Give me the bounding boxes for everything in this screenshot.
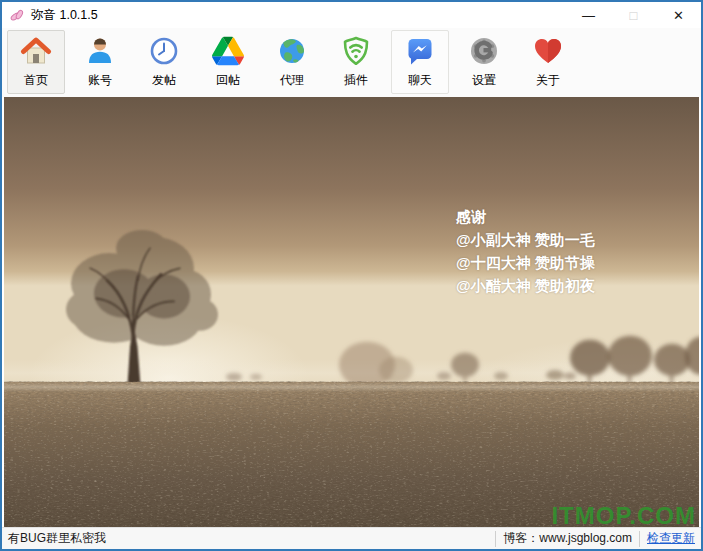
toolbar: 首页 账号 发帖: [2, 28, 701, 97]
shield-signal-icon: [340, 35, 372, 67]
toolbar-button-reply[interactable]: 回帖: [199, 30, 257, 94]
landscape-scene: [4, 97, 699, 527]
globe-icon: [276, 35, 308, 67]
toolbar-label: 账号: [88, 74, 112, 86]
toolbar-button-about[interactable]: 关于: [519, 30, 577, 94]
toolbar-button-account[interactable]: 账号: [71, 30, 129, 94]
window-title: 弥音 1.0.1.5: [31, 7, 98, 24]
field-horizon-haze: [4, 382, 699, 392]
minimize-button[interactable]: —: [566, 2, 611, 28]
donor-credits: 感谢 @小副大神 赞助一毛 @十四大神 赞助节操 @小醋大神 赞助初夜: [456, 205, 595, 297]
toolbar-label: 设置: [472, 74, 496, 86]
close-button[interactable]: ✕: [656, 2, 701, 28]
credits-line: @十四大神 赞助节操: [456, 251, 595, 274]
wallpaper: 感谢 @小副大神 赞助一毛 @十四大神 赞助节操 @小醋大神 赞助初夜 ITMO…: [4, 97, 699, 527]
toolbar-button-settings[interactable]: 设置: [455, 30, 513, 94]
toolbar-label: 插件: [344, 74, 368, 86]
status-separator: [639, 531, 640, 547]
toolbar-label: 关于: [536, 74, 560, 86]
app-icon: [9, 7, 25, 23]
toolbar-button-plugin[interactable]: 插件: [327, 30, 385, 94]
window-controls: — □ ✕: [566, 2, 701, 28]
toolbar-button-chat[interactable]: 聊天: [391, 30, 449, 94]
credits-line: @小副大神 赞助一毛: [456, 228, 595, 251]
messenger-icon: [404, 35, 436, 67]
toolbar-label: 代理: [280, 74, 304, 86]
statusbar-right: 博客：www.jsgblog.com 检查更新: [488, 528, 701, 549]
status-message: 有BUG群里私密我: [2, 530, 106, 547]
credits-title: 感谢: [456, 205, 595, 228]
heart-icon: [532, 35, 564, 67]
blog-url-text: 博客：www.jsgblog.com: [503, 530, 632, 547]
check-update-link[interactable]: 检查更新: [647, 530, 695, 547]
maximize-button[interactable]: □: [611, 2, 656, 28]
status-separator: [495, 531, 496, 547]
statusbar: 有BUG群里私密我 博客：www.jsgblog.com 检查更新: [2, 527, 701, 549]
app-window: 弥音 1.0.1.5 — □ ✕ 首页 账号: [0, 0, 703, 551]
clock-icon: [148, 35, 180, 67]
home-icon: [20, 35, 52, 67]
toolbar-label: 发帖: [152, 74, 176, 86]
drive-triangle-icon: [212, 35, 244, 67]
credits-line: @小醋大神 赞助初夜: [456, 274, 595, 297]
toolbar-label: 聊天: [408, 74, 432, 86]
watermark: ITMOP.COM: [551, 502, 696, 527]
toolbar-label: 首页: [24, 74, 48, 86]
toolbar-button-post[interactable]: 发帖: [135, 30, 193, 94]
toolbar-button-proxy[interactable]: 代理: [263, 30, 321, 94]
titlebar: 弥音 1.0.1.5 — □ ✕: [2, 2, 701, 28]
toolbar-label: 回帖: [216, 74, 240, 86]
toolbar-button-home[interactable]: 首页: [7, 30, 65, 94]
authenticator-gear-icon: [468, 35, 500, 67]
user-icon: [84, 35, 116, 67]
